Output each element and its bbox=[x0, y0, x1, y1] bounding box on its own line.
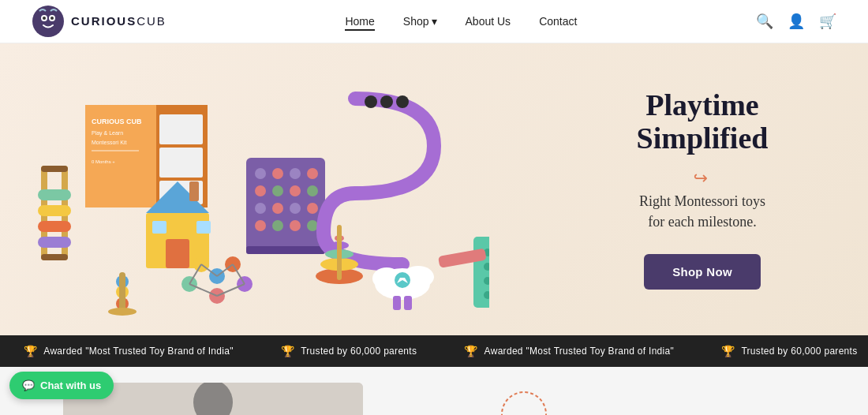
svg-text:0 Months +: 0 Months + bbox=[92, 159, 115, 164]
nav-about[interactable]: About Us bbox=[466, 15, 511, 28]
svg-point-28 bbox=[307, 168, 318, 179]
toys-svg: CURIOUS CUB Play & Learn Montessori Kit … bbox=[0, 43, 489, 335]
svg-point-39 bbox=[290, 220, 301, 231]
cart-icon[interactable]: 🛒 bbox=[819, 13, 836, 30]
trophy-icon-2: 🏆 bbox=[281, 345, 294, 357]
account-icon[interactable]: 👤 bbox=[788, 13, 805, 30]
svg-point-37 bbox=[255, 220, 266, 231]
chat-label: Chat with us bbox=[40, 379, 101, 391]
svg-rect-8 bbox=[41, 254, 68, 260]
svg-rect-41 bbox=[246, 246, 325, 254]
below-text-section: Fun for babies bbox=[426, 383, 868, 415]
svg-point-93 bbox=[108, 308, 137, 316]
hero-section: CURIOUS CUB Play & Learn Montessori Kit … bbox=[0, 43, 868, 335]
hero-text-area: Playtime Simplified ↩ Right Montessori t… bbox=[584, 89, 821, 290]
svg-rect-22 bbox=[159, 148, 203, 178]
main-nav: Home Shop ▾ About Us Contact bbox=[345, 15, 577, 28]
trophy-icon-3: 🏆 bbox=[464, 345, 477, 357]
ticker-banner: 🏆 Awarded "Most Trusted Toy Brand of Ind… bbox=[0, 335, 868, 367]
logo-icon bbox=[32, 5, 65, 38]
trophy-icon-4: 🏆 bbox=[721, 345, 735, 357]
chat-button[interactable]: 💬 Chat with us bbox=[9, 372, 114, 399]
svg-point-40 bbox=[307, 220, 318, 231]
shop-dropdown-icon: ▾ bbox=[432, 15, 437, 28]
fun-heading: Fun bbox=[442, 401, 492, 415]
svg-rect-9 bbox=[38, 189, 71, 200]
logo-text: CURIOUSCUB bbox=[71, 14, 166, 28]
ticker-track: 🏆 Awarded "Most Trusted Toy Brand of Ind… bbox=[0, 345, 868, 357]
nav-contact[interactable]: Contact bbox=[539, 15, 577, 28]
svg-point-27 bbox=[290, 168, 301, 179]
svg-point-42 bbox=[365, 95, 377, 108]
svg-point-29 bbox=[255, 185, 266, 196]
fun-decoration bbox=[500, 391, 548, 415]
hero-title: Playtime Simplified bbox=[584, 89, 821, 155]
shop-now-button[interactable]: Shop Now bbox=[644, 254, 761, 290]
ticker-item: 🏆 Trusted by 60,000 parents bbox=[698, 345, 868, 357]
svg-rect-7 bbox=[41, 166, 68, 172]
search-icon[interactable]: 🔍 bbox=[756, 13, 773, 30]
svg-point-4 bbox=[51, 17, 54, 20]
svg-rect-11 bbox=[38, 221, 71, 232]
svg-point-35 bbox=[290, 203, 301, 214]
nav-shop[interactable]: Shop ▾ bbox=[403, 15, 437, 28]
svg-text:Montessori Kit: Montessori Kit bbox=[92, 140, 126, 145]
ticker-item: 🏆 Awarded "Most Trusted Toy Brand of Ind… bbox=[440, 345, 698, 357]
hero-toys: CURIOUS CUB Play & Learn Montessori Kit … bbox=[0, 43, 489, 335]
svg-point-44 bbox=[396, 95, 409, 108]
svg-rect-49 bbox=[196, 221, 211, 234]
svg-point-32 bbox=[307, 185, 318, 196]
header: CURIOUSCUB Home Shop ▾ About Us Contact … bbox=[0, 0, 868, 43]
svg-rect-56 bbox=[337, 225, 342, 280]
svg-rect-10 bbox=[38, 205, 71, 216]
svg-point-33 bbox=[255, 203, 266, 214]
svg-rect-48 bbox=[152, 221, 166, 234]
svg-point-36 bbox=[307, 203, 318, 214]
svg-point-30 bbox=[272, 185, 283, 196]
svg-point-31 bbox=[290, 185, 301, 196]
curl-decoration: ↩ bbox=[584, 166, 817, 191]
svg-rect-50 bbox=[189, 181, 199, 201]
chat-icon: 💬 bbox=[22, 379, 35, 391]
svg-point-25 bbox=[255, 168, 266, 179]
below-fold-section: Fun for babies bbox=[0, 367, 868, 415]
svg-rect-12 bbox=[38, 237, 71, 248]
ticker-item: 🏆 Trusted by 60,000 parents bbox=[257, 345, 440, 357]
svg-rect-18 bbox=[92, 150, 139, 151]
svg-text:CURIOUS CUB: CURIOUS CUB bbox=[92, 118, 142, 125]
svg-point-43 bbox=[380, 95, 393, 108]
svg-point-108 bbox=[502, 392, 546, 415]
svg-point-38 bbox=[272, 220, 283, 231]
svg-point-106 bbox=[193, 383, 233, 415]
header-icons: 🔍 👤 🛒 bbox=[756, 13, 836, 30]
svg-rect-92 bbox=[119, 272, 125, 312]
ticker-item: 🏆 Awarded "Most Trusted Toy Brand of Ind… bbox=[0, 345, 257, 357]
svg-rect-74 bbox=[404, 296, 412, 310]
svg-point-0 bbox=[32, 6, 64, 37]
logo[interactable]: CURIOUSCUB bbox=[32, 5, 166, 38]
svg-text:Play & Learn: Play & Learn bbox=[92, 130, 123, 136]
hero-subtitle: ↩ Right Montessori toys for each milesto… bbox=[584, 166, 821, 232]
trophy-icon-1: 🏆 bbox=[24, 345, 37, 357]
svg-rect-21 bbox=[159, 114, 203, 144]
svg-rect-73 bbox=[393, 296, 401, 310]
nav-home[interactable]: Home bbox=[345, 15, 374, 28]
svg-point-34 bbox=[272, 203, 283, 214]
svg-point-26 bbox=[272, 168, 283, 179]
svg-rect-47 bbox=[166, 239, 189, 268]
svg-point-3 bbox=[43, 17, 46, 20]
